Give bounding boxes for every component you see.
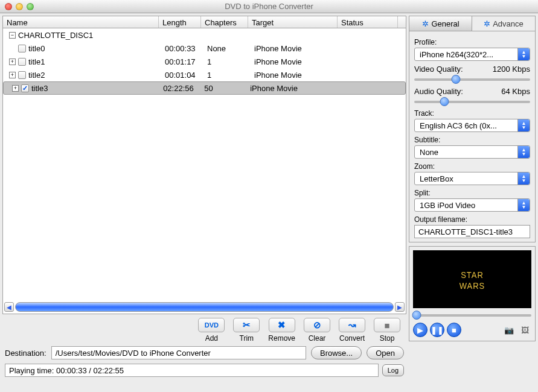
- scroll-track[interactable]: [15, 302, 394, 312]
- profile-select[interactable]: iPhone h264(320*2...▲▼: [414, 48, 530, 61]
- split-label: Split:: [414, 189, 530, 197]
- chevron-updown-icon: ▲▼: [517, 199, 530, 211]
- collapse-icon[interactable]: −: [9, 32, 16, 39]
- pause-button[interactable]: ❚❚: [430, 323, 444, 337]
- disc-label: CHARLOTTE_DISC1: [18, 31, 93, 40]
- open-button[interactable]: Open: [367, 346, 404, 359]
- log-button[interactable]: Log: [382, 364, 404, 376]
- split-select[interactable]: 1GB iPod Video▲▼: [414, 198, 530, 212]
- title-label: title2: [28, 71, 45, 80]
- col-length[interactable]: Length: [159, 16, 201, 28]
- title-label: title1: [28, 57, 45, 66]
- remove-icon: ✖: [278, 320, 286, 330]
- convert-icon: ↝: [348, 320, 356, 330]
- scroll-right-icon[interactable]: ▶: [395, 302, 405, 312]
- row-checkbox[interactable]: [18, 45, 26, 52]
- chevron-updown-icon: ▲▼: [517, 119, 530, 131]
- track-select[interactable]: English AC3 6ch (0x...▲▼: [414, 119, 530, 132]
- preview-seek-slider[interactable]: [413, 311, 531, 319]
- chevron-updown-icon: ▲▼: [517, 146, 530, 158]
- stop-icon: ■: [452, 326, 456, 335]
- camera-icon: 📷: [504, 326, 514, 335]
- title-label: title3: [31, 84, 48, 93]
- chevron-updown-icon: ▲▼: [517, 172, 530, 185]
- titles-table: Name Length Chapters Target Status −CHAR…: [2, 16, 406, 314]
- stop-icon: ■: [384, 320, 389, 330]
- clear-icon: ⊘: [313, 320, 321, 330]
- destination-field[interactable]: /Users/test/Movies/DVD to iPhone Convert…: [51, 346, 306, 359]
- tab-general[interactable]: ✲General: [409, 16, 473, 31]
- window-title: DVD to iPhone Converter: [0, 2, 538, 11]
- cell-target: iPhone Movie: [251, 57, 340, 66]
- cell-length: 00:01:04: [161, 71, 203, 80]
- video-quality-label: Video Quality:: [414, 65, 463, 74]
- play-button[interactable]: ▶: [413, 323, 428, 337]
- chevron-updown-icon: ▲▼: [517, 48, 530, 60]
- cell-chapters: 1: [203, 71, 251, 80]
- col-target[interactable]: Target: [248, 16, 338, 28]
- profile-label: Profile:: [414, 38, 530, 46]
- play-icon: ▶: [417, 326, 423, 335]
- zoom-select[interactable]: LetterBox▲▼: [414, 172, 530, 185]
- track-label: Track:: [414, 109, 530, 118]
- audio-quality-value: 64 Kbps: [501, 87, 530, 96]
- cell-length: 00:00:33: [161, 44, 203, 53]
- add-button[interactable]: DVD Add: [198, 318, 225, 343]
- col-chapters[interactable]: Chapters: [201, 16, 248, 28]
- preview-panel: STARWARS ▶ ❚❚ ■ 📷 🖼: [409, 246, 536, 341]
- browse-button[interactable]: Browse...: [311, 346, 362, 359]
- remove-button[interactable]: ✖ Remove: [268, 318, 295, 343]
- gear-icon: ✲: [484, 19, 490, 28]
- output-filename-label: Output filename:: [414, 215, 530, 224]
- open-folder-button[interactable]: 🖼: [518, 324, 531, 335]
- picture-icon: 🖼: [521, 326, 529, 335]
- cell-chapters: 1: [203, 57, 251, 66]
- tab-advance[interactable]: ✲Advance: [472, 16, 536, 31]
- expand-icon[interactable]: +: [12, 85, 19, 92]
- subtitle-label: Subtitle:: [414, 136, 530, 144]
- col-name[interactable]: Name: [3, 16, 159, 28]
- settings-panel: ✲General ✲Advance Profile: iPhone h264(3…: [409, 16, 536, 242]
- output-filename-field[interactable]: CHARLOTTE_DISC1-title3: [414, 225, 530, 238]
- convert-button[interactable]: ↝ Convert: [339, 318, 365, 343]
- table-row[interactable]: title000:00:33NoneiPhone Movie: [3, 42, 406, 55]
- stop-preview-button[interactable]: ■: [447, 323, 461, 337]
- cell-chapters: 50: [200, 84, 246, 93]
- row-checkbox[interactable]: [18, 71, 26, 79]
- table-row[interactable]: −CHARLOTTE_DISC1: [3, 28, 406, 42]
- scissors-icon: ✂: [243, 320, 251, 330]
- preview-image: STARWARS: [413, 250, 531, 308]
- destination-label: Destination:: [5, 349, 46, 358]
- video-quality-slider[interactable]: [414, 75, 530, 83]
- scroll-left-icon[interactable]: ◀: [4, 302, 14, 312]
- snapshot-button[interactable]: 📷: [502, 324, 516, 335]
- pause-icon: ❚❚: [431, 326, 444, 335]
- subtitle-select[interactable]: None▲▼: [414, 145, 530, 159]
- table-row[interactable]: +title200:01:041iPhone Movie: [3, 68, 406, 81]
- stop-button[interactable]: ■ Stop: [374, 318, 400, 343]
- cell-length: 02:22:56: [159, 84, 200, 93]
- gear-icon: ✲: [422, 19, 429, 28]
- cell-target: iPhone Movie: [246, 84, 333, 93]
- table-row[interactable]: +title100:01:171iPhone Movie: [3, 55, 406, 68]
- audio-quality-slider[interactable]: [414, 97, 530, 106]
- row-checkbox[interactable]: [18, 58, 26, 66]
- video-quality-value: 1200 Kbps: [493, 65, 530, 74]
- col-status[interactable]: Status: [338, 16, 398, 28]
- table-row[interactable]: +title302:22:5650iPhone Movie: [3, 81, 406, 95]
- expand-icon[interactable]: +: [9, 58, 16, 65]
- audio-quality-label: Audio Quality:: [414, 87, 463, 96]
- trim-button[interactable]: ✂ Trim: [233, 318, 260, 343]
- clear-button[interactable]: ⊘ Clear: [304, 318, 330, 343]
- zoom-label: Zoom:: [414, 162, 530, 171]
- row-checkbox[interactable]: [21, 84, 29, 92]
- title-label: title0: [28, 44, 45, 53]
- horizontal-scrollbar[interactable]: ◀ ▶: [4, 302, 405, 312]
- cell-length: 00:01:17: [161, 57, 203, 66]
- cell-chapters: None: [203, 44, 251, 53]
- dvd-icon: DVD: [205, 321, 219, 329]
- status-field: Playing time: 00:00:33 / 02:22:55: [5, 364, 379, 377]
- cell-target: iPhone Movie: [251, 44, 340, 53]
- cell-target: iPhone Movie: [251, 71, 340, 80]
- expand-icon[interactable]: +: [9, 72, 16, 78]
